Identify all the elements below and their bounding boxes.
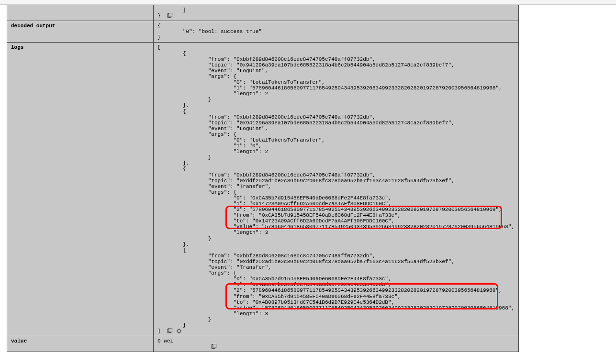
- svg-rect-6: [169, 328, 172, 332]
- cell-decoded-output: { "0": "bool: success true" }: [154, 21, 519, 43]
- svg-rect-4: [169, 13, 172, 17]
- top-toolbar: [0, 0, 616, 5]
- label-logs: logs: [7, 43, 154, 336]
- copy-icon[interactable]: [211, 344, 217, 350]
- value-text: 0 wei: [157, 338, 208, 350]
- cell-top-fragment: ] }: [154, 5, 519, 21]
- label-blank: [7, 5, 154, 21]
- logs-text: [ { "from": "0xbbf289d846208c16edc847470…: [157, 44, 515, 334]
- cell-logs: [ { "from": "0xbbf289d846208c16edc847470…: [154, 43, 519, 336]
- copy-icon[interactable]: [167, 13, 173, 19]
- transaction-detail-table: ] } decoded output { "0": "bool: success…: [7, 5, 519, 352]
- label-value: value: [7, 336, 154, 352]
- svg-point-7: [177, 329, 181, 333]
- label-decoded-output: decoded output: [7, 21, 154, 43]
- debug-icon[interactable]: [176, 328, 182, 334]
- svg-rect-13: [213, 344, 216, 348]
- cell-value: 0 wei: [154, 336, 519, 352]
- copy-icon[interactable]: [167, 328, 173, 334]
